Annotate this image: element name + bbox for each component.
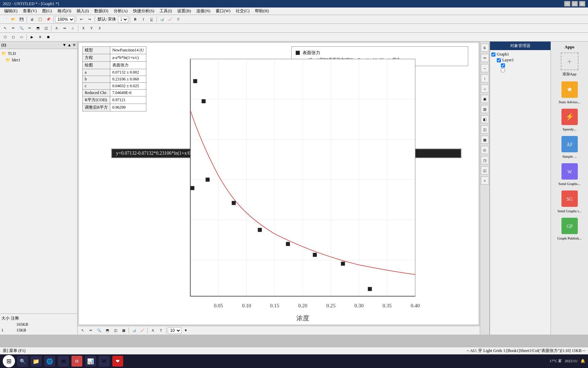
tool2-6[interactable]: ◫ bbox=[42, 25, 50, 32]
graph-tb-5[interactable]: ◫ bbox=[112, 327, 119, 334]
app-stats-advisor[interactable]: ★ Stats Adviso... bbox=[554, 81, 585, 104]
menu-quickanalysis[interactable]: 快捷分析(S) bbox=[130, 7, 157, 15]
left-panel-close[interactable]: ▼ ▲ ✕ bbox=[62, 43, 76, 48]
app-speedy[interactable]: ⚡ Speedy... bbox=[554, 108, 585, 131]
tool2-9[interactable]: ⌂ bbox=[69, 25, 77, 32]
tool-r2[interactable]: ✏ bbox=[481, 54, 489, 62]
menu-view[interactable]: 查看(V) bbox=[20, 7, 39, 15]
tool-r12[interactable]: ◳ bbox=[481, 156, 489, 164]
obj-item-4[interactable] bbox=[491, 68, 549, 73]
taskbar-search[interactable]: 🔍 bbox=[17, 356, 28, 367]
graph-tb-10[interactable]: T bbox=[157, 327, 165, 334]
app-graph-publish[interactable]: GP Graph Publish... bbox=[554, 217, 585, 240]
graph-tb-9[interactable]: A bbox=[149, 327, 157, 334]
graph-tb-4[interactable]: ⬒ bbox=[103, 327, 111, 334]
italic-btn[interactable]: I bbox=[140, 16, 147, 23]
close-button[interactable]: ✕ bbox=[579, 1, 585, 6]
minimize-button[interactable]: ─ bbox=[564, 1, 570, 6]
undo-btn[interactable]: ↩ bbox=[78, 16, 85, 23]
graph-tb-7[interactable]: 📊 bbox=[130, 327, 138, 334]
obj-checkbox-item3[interactable] bbox=[501, 63, 505, 67]
tool-r1[interactable]: K bbox=[481, 44, 489, 52]
tool3-3[interactable]: ⬭ bbox=[18, 34, 25, 41]
graph-zoom-select[interactable]: 10 bbox=[168, 327, 181, 334]
tool2-10[interactable]: X bbox=[80, 25, 87, 32]
tree-item-tld[interactable]: 📁 TLD bbox=[1, 50, 76, 57]
tool-r13[interactable]: ◱ bbox=[481, 166, 489, 174]
tool3-6[interactable]: ⏹ bbox=[45, 34, 52, 41]
add-app-button[interactable]: + bbox=[561, 52, 578, 70]
taskbar-edge[interactable]: 🌐 bbox=[44, 356, 55, 367]
graph-tb-1[interactable]: ↖ bbox=[79, 327, 86, 334]
obj-checkbox-graph1[interactable] bbox=[491, 52, 495, 57]
menu-connect[interactable]: 连接(N) bbox=[194, 7, 213, 15]
tool2-7[interactable]: A bbox=[53, 25, 60, 32]
tool-r4[interactable]: ↕ bbox=[481, 74, 489, 82]
obj-item-3[interactable] bbox=[491, 63, 549, 68]
tool-r9[interactable]: ◫ bbox=[481, 125, 489, 134]
save-btn[interactable]: 💾 bbox=[18, 16, 25, 23]
underline-btn[interactable]: U bbox=[148, 16, 155, 23]
menu-help[interactable]: 帮助(H) bbox=[252, 7, 272, 15]
menu-analysis[interactable]: 分析(A) bbox=[111, 7, 130, 15]
tool3-2[interactable]: ◻ bbox=[10, 34, 17, 41]
taskbar-app8[interactable]: ❤ bbox=[112, 356, 123, 367]
menu-insert[interactable]: 插入(I) bbox=[74, 7, 92, 15]
zoom-select[interactable]: 100% bbox=[55, 16, 75, 23]
tool2-2[interactable]: ✏ bbox=[10, 25, 17, 32]
obj-item-graph1[interactable]: Graph1 bbox=[491, 51, 549, 57]
add-app-item[interactable]: + 添加App bbox=[554, 52, 585, 77]
tool3-1[interactable]: ⬡ bbox=[1, 34, 9, 41]
taskbar-origin[interactable]: O bbox=[71, 356, 82, 367]
menu-graph[interactable]: 图(G) bbox=[39, 7, 55, 15]
maximize-button[interactable]: □ bbox=[572, 1, 578, 6]
tool-r8[interactable]: ◧ bbox=[481, 115, 489, 123]
tool2-4[interactable]: ✂ bbox=[26, 25, 33, 32]
filter-btn[interactable]: ▽ bbox=[175, 16, 182, 23]
taskbar-excel[interactable]: 📊 bbox=[85, 356, 96, 367]
menu-settings[interactable]: 设置(B) bbox=[175, 7, 194, 15]
bold-btn[interactable]: B bbox=[131, 16, 139, 23]
tool2-5[interactable]: ⬒ bbox=[34, 25, 42, 32]
graph-tb-3[interactable]: 🔍 bbox=[95, 327, 103, 334]
tool2-1[interactable]: ↖ bbox=[1, 25, 9, 32]
chart-bar-btn[interactable]: 📊 bbox=[158, 16, 166, 23]
graph-tb-11[interactable]: ▼ bbox=[182, 327, 190, 334]
copy-btn[interactable]: 📋 bbox=[36, 16, 44, 23]
tool-r11[interactable]: ◴ bbox=[481, 146, 489, 154]
redo-btn[interactable]: ↪ bbox=[86, 16, 93, 23]
tool-r10[interactable]: ▦ bbox=[481, 136, 489, 144]
tool-r14[interactable]: ≡ bbox=[481, 177, 489, 185]
print-btn[interactable]: 🖨 bbox=[28, 16, 36, 23]
obj-checkbox-item4[interactable] bbox=[501, 68, 505, 72]
menu-format[interactable]: 格式(O) bbox=[55, 7, 74, 15]
tool3-5[interactable]: ⏸ bbox=[36, 34, 44, 41]
menu-data[interactable]: 数据(D) bbox=[92, 7, 111, 15]
menu-edit[interactable]: 编辑(E) bbox=[1, 7, 20, 15]
tool-r6[interactable]: ▣ bbox=[481, 95, 489, 103]
tool3-4[interactable]: ▶ bbox=[28, 34, 36, 41]
app-simple[interactable]: AF Simple ... bbox=[554, 135, 585, 158]
menu-tools[interactable]: 工具(I) bbox=[157, 7, 175, 15]
open-btn[interactable]: 📂 bbox=[10, 16, 17, 23]
tool-r3[interactable]: ↔ bbox=[481, 64, 489, 72]
menu-window[interactable]: 窗口(W) bbox=[213, 7, 233, 15]
obj-item-layer1[interactable]: Layer1 bbox=[491, 57, 549, 63]
start-button[interactable]: ⊞ bbox=[3, 355, 15, 367]
graph-canvas[interactable]: 模型 NewFunction14 (U 方程 a-a*b*ln(1+x/c) 绘… bbox=[79, 43, 478, 324]
tool2-12[interactable]: Z bbox=[96, 25, 103, 32]
new-btn[interactable]: 📄 bbox=[1, 16, 9, 23]
tool-r7[interactable]: ▥ bbox=[481, 105, 489, 113]
tree-item-lder1[interactable]: 📁 lder1 bbox=[1, 57, 76, 63]
taskbar-mail[interactable]: ✉ bbox=[58, 356, 69, 367]
taskbar-files[interactable]: 📁 bbox=[31, 356, 42, 367]
obj-checkbox-layer1[interactable] bbox=[497, 58, 501, 62]
chart-line-btn[interactable]: 📈 bbox=[166, 16, 174, 23]
tool2-3[interactable]: 🔍 bbox=[18, 25, 25, 32]
graph-tb-8[interactable]: 📈 bbox=[138, 327, 146, 334]
tool-r5[interactable]: ⌕ bbox=[481, 85, 489, 93]
graph-tb-2[interactable]: ✏ bbox=[87, 327, 95, 334]
paste-btn[interactable]: 📌 bbox=[45, 16, 52, 23]
tool2-8[interactable]: ⇔ bbox=[61, 25, 68, 32]
tool2-11[interactable]: Y bbox=[88, 25, 95, 32]
